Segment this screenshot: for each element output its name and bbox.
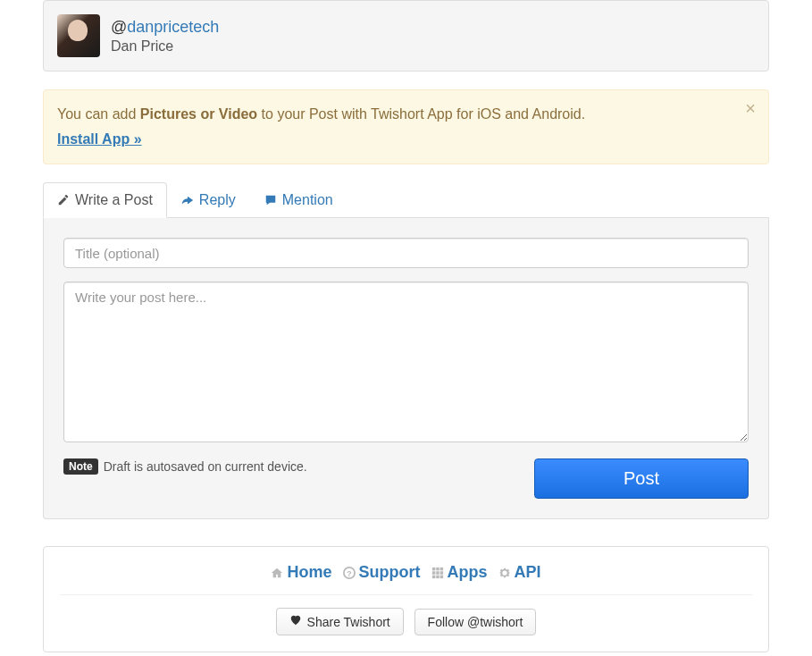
svg-rect-8 [431,575,435,578]
profile-handle: @danpricetech [111,18,219,37]
footer-apps-link[interactable]: Apps [431,563,488,582]
svg-rect-7 [439,571,443,575]
footer-home-label: Home [287,563,331,582]
alert-text-after: to your Post with Twishort App for iOS a… [257,106,585,122]
compose-footer: Note Draft is autosaved on current devic… [63,458,749,499]
autosave-note: Note Draft is autosaved on current devic… [63,458,307,475]
body-input[interactable] [63,282,749,442]
install-app-link[interactable]: Install App » [57,129,142,150]
at-sign: @ [111,18,127,36]
help-icon: ? [343,567,356,579]
tab-mention[interactable]: Mention [250,182,347,218]
post-button[interactable]: Post [534,458,749,499]
svg-rect-2 [431,567,435,570]
tab-write-label: Write a Post [75,192,153,208]
tab-reply-label: Reply [199,192,236,208]
footer-divider [60,594,752,595]
svg-rect-5 [431,571,435,575]
speech-bubble-icon [264,194,277,206]
follow-twishort-button[interactable]: Follow @twishort [414,609,537,635]
note-badge: Note [63,458,98,475]
reply-icon [181,194,194,206]
svg-text:?: ? [347,568,351,577]
profile-text: @danpricetech Dan Price [111,18,219,55]
compose-tabs: Write a Post Reply Mention [43,182,769,218]
tab-mention-label: Mention [282,192,333,208]
alert-text-before: You can add [57,106,140,122]
tab-reply[interactable]: Reply [167,182,250,218]
profile-panel: @danpricetech Dan Price [43,0,769,71]
footer-api-link[interactable]: API [498,563,541,582]
heart-icon [289,614,302,629]
profile-handle-link[interactable]: danpricetech [127,18,219,36]
footer-support-label: Support [359,563,421,582]
compose-panel: Note Draft is autosaved on current devic… [43,218,769,519]
grid-icon [431,567,444,579]
install-app-alert: × You can add Pictures or Video to your … [43,89,769,164]
svg-rect-3 [436,567,439,570]
title-input[interactable] [63,238,749,268]
profile-display-name: Dan Price [111,38,219,55]
alert-text-strong: Pictures or Video [140,106,257,122]
close-icon[interactable]: × [745,99,756,117]
home-icon [271,567,283,579]
tab-write-post[interactable]: Write a Post [43,182,167,218]
follow-label: Follow @twishort [428,615,523,629]
profile-row: @danpricetech Dan Price [57,14,755,57]
footer-links: Home ? Support Apps API [60,563,752,582]
edit-icon [57,194,70,206]
share-twishort-button[interactable]: Share Twishort [276,608,404,635]
footer-api-label: API [515,563,541,582]
svg-rect-9 [436,575,439,578]
svg-rect-4 [439,567,443,570]
svg-rect-6 [436,571,439,575]
footer-home-link[interactable]: Home [271,563,331,582]
note-text: Draft is autosaved on current device. [104,459,307,474]
share-label: Share Twishort [307,615,390,629]
footer-apps-label: Apps [448,563,488,582]
footer-support-link[interactable]: ? Support [343,563,421,582]
svg-rect-10 [439,575,443,578]
avatar [57,14,100,57]
gear-icon [498,567,511,579]
footer-panel: Home ? Support Apps API Share Twishort [43,546,769,652]
